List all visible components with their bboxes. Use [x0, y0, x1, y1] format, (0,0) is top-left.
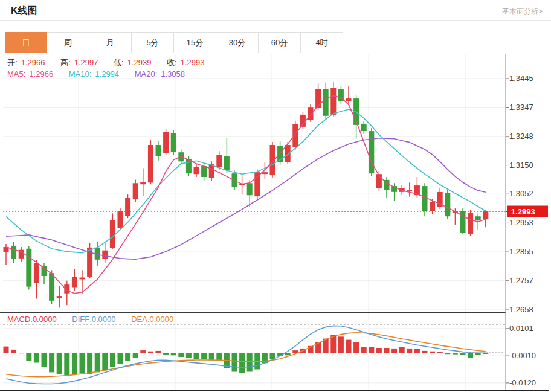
dea-value: DEA:0.0000	[131, 315, 173, 324]
low-label: 低:	[114, 58, 124, 67]
open-value: 1.2966	[21, 58, 45, 67]
ma5-label: MA5:	[7, 69, 25, 79]
ma-legend: MA5:1.2966 MA10:1.2994 MA20:1.3058	[7, 69, 188, 79]
high-value: 1.2997	[74, 58, 98, 67]
svg-text:1.2855: 1.2855	[509, 247, 533, 256]
svg-text:1.2658: 1.2658	[509, 305, 533, 314]
tab-period-60分[interactable]: 60分	[259, 32, 301, 53]
chart-area[interactable]: 开:1.2966 高:1.2997 低:1.2939 收:1.2993 MA5:…	[0, 53, 551, 392]
svg-text:-0.0010: -0.0010	[509, 351, 536, 360]
page-title: K线图	[11, 5, 37, 18]
ma5-value: 1.2966	[29, 69, 53, 79]
kline-page: K线图 基本面分析> 日周月5分15分30分60分4时 开:1.2966 高:1…	[0, 0, 551, 392]
ohlc-legend: 开:1.2966 高:1.2997 低:1.2939 收:1.2993	[7, 57, 208, 68]
ma10-label: MA10:	[69, 69, 92, 79]
tab-period-月[interactable]: 月	[89, 32, 132, 53]
svg-text:1.3248: 1.3248	[509, 132, 533, 141]
svg-text:0.0101: 0.0101	[509, 324, 533, 333]
svg-text:1.2953: 1.2953	[509, 218, 533, 227]
high-label: 高:	[60, 58, 71, 67]
header-divider	[0, 20, 551, 21]
period-tab-bar: 日周月5分15分30分60分4时	[5, 32, 343, 53]
kline-chart-canvas[interactable]: 1.34451.33471.32481.31501.30521.29531.28…	[0, 53, 551, 392]
svg-text:1.3150: 1.3150	[509, 161, 533, 170]
tab-period-30分[interactable]: 30分	[216, 32, 259, 53]
tab-period-15分[interactable]: 15分	[174, 32, 216, 53]
svg-text:1.3052: 1.3052	[509, 189, 533, 198]
ma10-value: 1.2994	[95, 69, 119, 79]
ma20-value: 1.3058	[161, 69, 185, 79]
tab-period-日[interactable]: 日	[5, 32, 47, 53]
close-label: 收:	[167, 58, 177, 67]
open-label: 开:	[7, 58, 18, 67]
svg-text:1.2757: 1.2757	[509, 276, 533, 285]
tab-period-周[interactable]: 周	[47, 32, 89, 53]
macd-value: MACD:0.0000	[7, 315, 57, 324]
low-value: 1.2939	[127, 58, 152, 67]
close-value: 1.2993	[181, 58, 205, 67]
svg-text:1.3347: 1.3347	[509, 103, 533, 112]
macd-legend: MACD:0.0000 DIFF:0.0000 DEA:0.0000	[7, 315, 177, 324]
tab-period-4时[interactable]: 4时	[301, 32, 343, 53]
ma20-label: MA20:	[135, 69, 158, 79]
fundamental-analysis-link[interactable]: 基本面分析>	[502, 7, 543, 17]
price-badge-text: 1.2993	[511, 207, 535, 216]
tab-period-5分[interactable]: 5分	[132, 32, 174, 53]
svg-text:1.3445: 1.3445	[509, 74, 533, 83]
diff-value: DIFF:0.0000	[72, 315, 115, 324]
svg-text:-0.0120: -0.0120	[509, 378, 536, 387]
